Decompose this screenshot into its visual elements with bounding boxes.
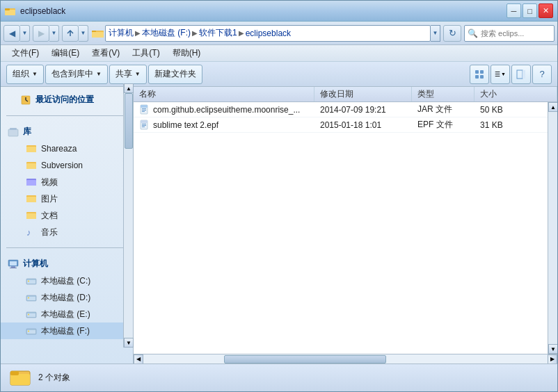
breadcrumb-computer[interactable]: 计算机	[109, 27, 134, 39]
svg-rect-55	[10, 374, 30, 385]
organize-dropdown-icon: ▼	[32, 71, 38, 77]
file-scroll-down[interactable]: ▼	[548, 344, 557, 354]
sidebar-drive-d-label: 本地磁盘 (D:)	[41, 292, 90, 304]
col-header-size[interactable]: 大小	[475, 87, 557, 101]
menu-edit[interactable]: 编辑(E)	[46, 46, 85, 60]
sidebar-item-subversion[interactable]: Subversion	[1, 157, 133, 174]
svg-rect-46	[142, 108, 146, 109]
sidebar-item-drive-c[interactable]: 本地磁盘 (C:)	[1, 272, 133, 289]
h-scroll-track	[143, 354, 548, 364]
table-row[interactable]: com.github.eclipseuitheme.moonrise_... 2…	[134, 102, 548, 117]
address-dropdown[interactable]: ▼	[431, 25, 440, 42]
menu-view[interactable]: 查看(V)	[86, 46, 125, 60]
search-box: 🔍	[464, 25, 555, 42]
address-path[interactable]: 计算机 ▶ 本地磁盘 (F:) ▶ 软件下载1 ▶ eclipseblack	[105, 25, 431, 42]
back-dropdown[interactable]: ▼	[20, 25, 30, 42]
sidebar-item-video[interactable]: 视频	[1, 174, 133, 190]
search-input[interactable]	[481, 29, 551, 38]
svg-point-34	[28, 281, 29, 282]
toolbar: 组织 ▼ 包含到库中 ▼ 共享 ▼ 新建文件夹 ☰ ▼	[1, 62, 557, 87]
menu-tools[interactable]: 工具(T)	[127, 46, 165, 60]
sidebar-item-shareaza[interactable]: Shareaza	[1, 140, 133, 157]
sidebar-scroll-up[interactable]: ▲	[124, 87, 134, 93]
col-header-name[interactable]: 名称	[134, 87, 314, 101]
include-library-button[interactable]: 包含到库中 ▼	[45, 65, 108, 84]
share-dropdown-icon: ▼	[135, 71, 141, 77]
sidebar-video-label: 视频	[41, 177, 58, 188]
svg-point-37	[28, 297, 29, 299]
sidebar-item-music[interactable]: ♪ 音乐	[1, 224, 133, 240]
window-icon	[5, 6, 16, 17]
drive-d-icon	[26, 292, 37, 303]
status-bar: 2 个对象	[1, 364, 557, 391]
main-area: 最近访问的位置 库	[1, 87, 557, 364]
sidebar-item-drive-d[interactable]: 本地磁盘 (D:)	[1, 289, 133, 306]
include-library-label: 包含到库中	[51, 68, 93, 80]
forward-dropdown[interactable]: ▼	[49, 25, 59, 42]
close-button[interactable]: ✕	[539, 3, 553, 18]
music-icon: ♪	[26, 227, 37, 238]
svg-rect-6	[475, 70, 479, 74]
sidebar-computer-label: 计算机	[23, 258, 48, 270]
svg-rect-51	[142, 124, 146, 124]
h-scroll-right[interactable]: ▶	[548, 354, 557, 364]
new-folder-button[interactable]: 新建文件夹	[148, 65, 202, 84]
svg-rect-9	[480, 75, 484, 79]
svg-point-40	[28, 314, 29, 316]
menu-bar: 文件(F) 编辑(E) 查看(V) 工具(T) 帮助(H)	[1, 45, 557, 62]
view-icon-btn[interactable]	[470, 65, 489, 84]
svg-rect-29	[10, 261, 17, 266]
file-scroll-up[interactable]: ▲	[548, 102, 557, 112]
svg-rect-30	[11, 266, 15, 268]
col-header-date[interactable]: 修改日期	[314, 87, 412, 101]
details-view-btn[interactable]: ☰ ▼	[491, 65, 510, 84]
svg-rect-24	[26, 197, 36, 202]
organize-button[interactable]: 组织 ▼	[6, 65, 44, 84]
search-icon: 🔍	[468, 28, 478, 38]
svg-text:♪: ♪	[26, 227, 31, 238]
menu-file[interactable]: 文件(F)	[6, 46, 45, 60]
file-name-2: sublime text 2.epf	[153, 120, 218, 130]
breadcrumb-folder1[interactable]: 软件下载1	[199, 27, 237, 39]
sidebar-divider-1	[6, 115, 127, 116]
up-button[interactable]	[62, 25, 79, 42]
shareaza-icon	[26, 143, 37, 154]
table-row[interactable]: sublime text 2.epf 2015-01-18 1:01 EPF 文…	[134, 117, 548, 133]
breadcrumb-folder2[interactable]: eclipseblack	[246, 28, 291, 38]
forward-button[interactable]: ▶	[33, 25, 49, 42]
help-btn[interactable]: ?	[532, 65, 552, 84]
sidebar-item-pictures[interactable]: 图片	[1, 190, 133, 207]
drive-c-icon	[26, 275, 37, 286]
sidebar-shareaza-label: Shareaza	[41, 144, 77, 154]
minimize-button[interactable]: ─	[507, 3, 521, 18]
breadcrumb-drive[interactable]: 本地磁盘 (F:)	[142, 27, 191, 39]
file-scrollbar: ▲ ▼	[548, 102, 557, 354]
maximize-button[interactable]: □	[523, 3, 537, 18]
up-dropdown[interactable]: ▼	[79, 25, 88, 42]
file-scroll-track	[548, 112, 557, 344]
col-header-type[interactable]: 类型	[412, 87, 475, 101]
back-button[interactable]: ◀	[3, 25, 20, 42]
share-button[interactable]: 共享 ▼	[109, 65, 147, 84]
status-folder-icon	[9, 366, 31, 390]
menu-help[interactable]: 帮助(H)	[167, 46, 207, 60]
svg-point-43	[28, 331, 29, 332]
sidebar-scroll-down[interactable]: ▼	[124, 338, 134, 348]
sidebar-item-drive-f[interactable]: 本地磁盘 (F:)	[1, 322, 133, 339]
svg-rect-5	[92, 32, 104, 38]
sidebar-recent-label: 最近访问的位置	[35, 94, 94, 106]
sidebar-scroll-track	[124, 93, 133, 338]
h-scroll-thumb[interactable]	[224, 355, 385, 364]
svg-rect-7	[480, 70, 484, 74]
refresh-button[interactable]: ↻	[443, 25, 461, 42]
sidebar-scroll-thumb[interactable]	[125, 93, 133, 149]
sidebar-item-drive-e[interactable]: 本地磁盘 (E:)	[1, 306, 133, 322]
documents-icon	[26, 210, 37, 221]
preview-pane-btn[interactable]	[511, 65, 531, 84]
file-name-cell-2: sublime text 2.epf	[134, 117, 314, 132]
sidebar-library-section: 库 Shareaza	[1, 119, 133, 245]
sidebar-drive-f-label: 本地磁盘 (F:)	[41, 325, 90, 337]
svg-rect-52	[142, 125, 146, 126]
sidebar-item-documents[interactable]: 文档	[1, 207, 133, 224]
h-scroll-left[interactable]: ◀	[134, 354, 143, 364]
